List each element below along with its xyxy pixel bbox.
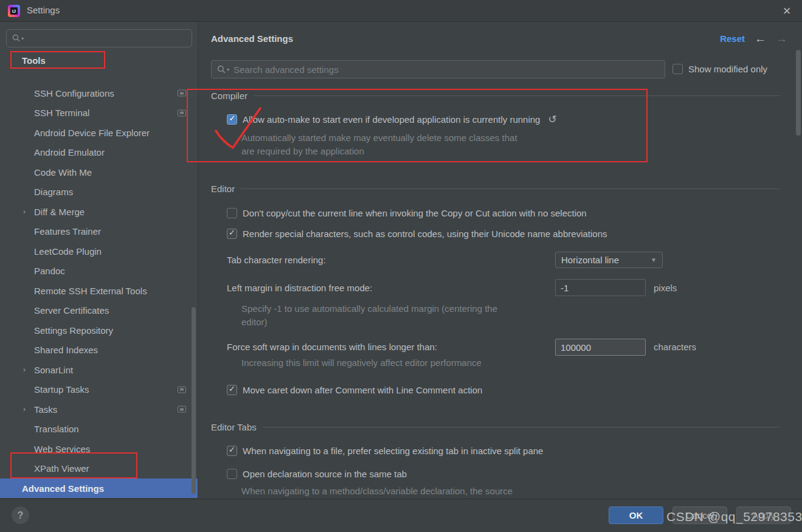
settings-sidebar: ▾ SSH Configurations SSH Terminal Androi…	[0, 22, 198, 499]
search-caret-icon: ▾	[21, 36, 24, 41]
sidebar-item-startup-tasks[interactable]: Startup Tasks	[0, 379, 198, 399]
sidebar-item-remote-ssh-external-tools[interactable]: Remote SSH External Tools	[0, 281, 198, 301]
sidebar-item-ssh-configurations[interactable]: SSH Configurations	[0, 83, 198, 103]
sidebar-item-tasks[interactable]: ›Tasks	[0, 399, 198, 420]
monitor-icon	[178, 406, 186, 413]
page-title: Advanced Settings	[211, 33, 293, 44]
sidebar-item-settings-repository[interactable]: Settings Repository	[0, 320, 198, 340]
left-margin-label: Left margin in distraction free mode:	[227, 281, 372, 294]
chevron-right-icon[interactable]: ›	[23, 365, 26, 374]
chevron-right-icon[interactable]: ›	[23, 405, 26, 413]
characters-label: characters	[654, 340, 696, 353]
sidebar-item-android-emulator[interactable]: Android Emulator	[0, 142, 198, 162]
chevron-right-icon[interactable]: ›	[23, 207, 26, 216]
editor-tabs-group-header: Editor Tabs	[211, 422, 780, 432]
tab-rendering-label: Tab character rendering:	[227, 253, 326, 266]
search-icon	[12, 34, 21, 43]
sidebar-item-diff-merge[interactable]: ›Diff & Merge	[0, 202, 198, 222]
annotation-box-tools	[10, 51, 105, 69]
advanced-search-box[interactable]: ▾	[211, 60, 665, 78]
soft-wrap-note: Increasing this limit will negatively af…	[241, 356, 482, 370]
sidebar-item-android-device-file-explorer[interactable]: Android Device File Explorer	[0, 123, 198, 143]
sidebar-item-pandoc[interactable]: Pandoc	[0, 261, 198, 281]
main-scrollbar[interactable]	[796, 50, 801, 136]
monitor-icon	[178, 90, 186, 97]
sidebar-item-leetcode-plugin[interactable]: LeetCode Plugin	[0, 241, 198, 261]
chevron-down-icon: ▼	[651, 257, 657, 263]
monitor-icon	[178, 386, 186, 393]
sidebar-item-advanced-settings[interactable]: Advanced Settings	[0, 478, 198, 499]
title-bar: IJ Settings ✕	[0, 0, 802, 22]
advanced-search-input[interactable]	[229, 61, 665, 78]
annotation-red-checkmark	[210, 103, 268, 155]
sidebar-item-ssh-terminal[interactable]: SSH Terminal	[0, 103, 198, 123]
sidebar-item-diagrams[interactable]: Diagrams	[0, 182, 198, 202]
render-special-checkbox[interactable]	[227, 229, 237, 239]
dont-copy-row[interactable]: Don't copy/cut the current line when inv…	[227, 206, 587, 219]
forward-arrow-icon: →	[776, 33, 787, 44]
intellij-logo-icon: IJ	[8, 5, 20, 17]
sidebar-search-box[interactable]: ▾	[6, 29, 192, 47]
prefer-existing-tab-checkbox[interactable]	[227, 446, 237, 456]
soft-wrap-label: Force soft wrap in documents with lines …	[227, 340, 437, 353]
close-icon[interactable]: ✕	[779, 4, 795, 18]
render-special-row[interactable]: Render special characters, such as contr…	[227, 227, 607, 240]
sidebar-item-server-certificates[interactable]: Server Certificates	[0, 300, 198, 320]
sidebar-item-shared-indexes[interactable]: Shared Indexes	[0, 340, 198, 360]
soft-wrap-input[interactable]	[555, 339, 646, 356]
pixels-label: pixels	[654, 281, 677, 294]
sidebar-scrollbar[interactable]	[192, 307, 196, 494]
ok-button[interactable]: OK	[609, 506, 663, 524]
sidebar-item-code-with-me[interactable]: Code With Me	[0, 162, 198, 182]
monitor-icon	[178, 109, 186, 116]
search-icon	[217, 65, 226, 74]
show-modified-only[interactable]: Show modified only	[672, 64, 767, 74]
open-declaration-note: When navigating to a method/class/variab…	[241, 485, 513, 498]
dont-copy-checkbox[interactable]	[227, 208, 237, 218]
left-margin-input[interactable]	[555, 279, 646, 296]
back-arrow-icon[interactable]: ←	[755, 33, 766, 44]
help-button[interactable]: ?	[12, 506, 29, 524]
annotation-box-advanced-settings	[10, 452, 137, 478]
prefer-existing-tab-row[interactable]: When navigating to a file, prefer select…	[227, 444, 543, 457]
settings-tree: SSH Configurations SSH Terminal Android …	[0, 83, 198, 499]
left-margin-note: Specify -1 to use automatically calculat…	[241, 302, 497, 329]
move-caret-row[interactable]: Move caret down after Comment with Line …	[227, 383, 482, 396]
editor-group-header: Editor	[211, 184, 780, 194]
reset-link[interactable]: Reset	[720, 33, 745, 44]
sidebar-item-translation[interactable]: Translation	[0, 419, 198, 439]
show-modified-checkbox[interactable]	[672, 64, 683, 74]
tab-rendering-dropdown[interactable]: Horizontal line ▼	[555, 252, 663, 268]
sidebar-item-sonarlint[interactable]: ›SonarLint	[0, 360, 198, 380]
settings-window: IJ Settings ✕ ▾ SSH Configurations SSH T…	[0, 0, 802, 532]
window-title: Settings	[27, 5, 60, 15]
open-declaration-row[interactable]: Open declaration source in the same tab	[227, 467, 407, 480]
move-caret-checkbox[interactable]	[227, 385, 237, 395]
sidebar-item-features-trainer[interactable]: Features Trainer	[0, 221, 198, 241]
watermark-text: CSDN @qq_52978353	[666, 510, 802, 524]
open-declaration-checkbox[interactable]	[227, 469, 237, 479]
